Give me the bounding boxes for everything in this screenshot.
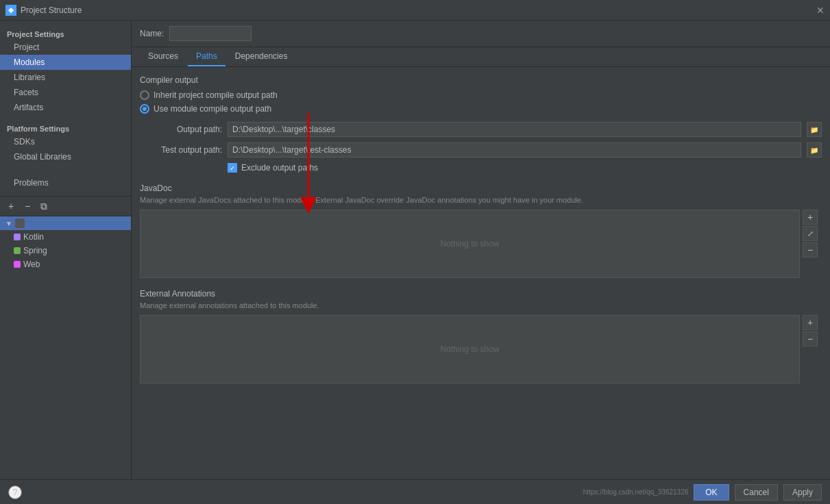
external-annotations-add-button[interactable]: + bbox=[803, 315, 818, 330]
module-tree-kotlin[interactable]: Kotlin bbox=[0, 230, 131, 244]
radio-inherit[interactable]: Inherit project compile output path bbox=[140, 90, 822, 100]
close-button[interactable]: ✕ bbox=[816, 5, 825, 16]
left-panel: Project Settings Project Modules Librari… bbox=[0, 21, 132, 479]
cancel-button[interactable]: Cancel bbox=[735, 484, 778, 501]
bottom-left: ? bbox=[8, 486, 22, 499]
tab-sources[interactable]: Sources bbox=[140, 47, 186, 66]
sidebar-item-problems[interactable]: Problems bbox=[0, 175, 131, 190]
add-module-button[interactable]: + bbox=[4, 199, 18, 213]
external-annotations-section: External Annotations Manage external ann… bbox=[140, 289, 822, 383]
javadoc-title: JavaDoc bbox=[140, 184, 822, 193]
spring-icon bbox=[14, 247, 21, 254]
test-output-path-label: Test output path: bbox=[140, 145, 222, 155]
tabs-bar: Sources Paths Dependencies bbox=[132, 47, 830, 67]
copy-module-button[interactable]: ⧉ bbox=[37, 199, 51, 213]
javadoc-empty-text: Nothing to show bbox=[440, 239, 499, 249]
platform-settings-header: Platform Settings bbox=[0, 121, 131, 134]
module-tree-section: + − ⧉ ▼ Kotlin Spring Web bbox=[0, 196, 131, 479]
output-path-browse-button[interactable]: 📁 bbox=[807, 122, 822, 137]
javadoc-panel-wrapper: Nothing to show + ⤢ − bbox=[140, 210, 800, 278]
test-output-path-browse-button[interactable]: 📁 bbox=[807, 142, 822, 158]
exclude-label: Exclude output paths bbox=[241, 163, 318, 173]
spring-label: Spring bbox=[23, 246, 47, 255]
output-path-input[interactable] bbox=[228, 122, 801, 137]
javadoc-remove-button[interactable]: − bbox=[803, 242, 818, 257]
external-annotations-description: Manage external annotations attached to … bbox=[140, 301, 822, 310]
sidebar-item-project[interactable]: Project bbox=[0, 40, 131, 55]
apply-button[interactable]: Apply bbox=[783, 484, 822, 501]
sidebar-item-global-libraries[interactable]: Global Libraries bbox=[0, 149, 131, 164]
remove-module-button[interactable]: − bbox=[21, 199, 34, 213]
javadoc-description: Manage external JavaDocs attached to thi… bbox=[140, 196, 822, 204]
ok-button[interactable]: OK bbox=[694, 484, 729, 501]
tree-arrow-icon: ▼ bbox=[5, 220, 12, 227]
content-area: Name: Sources Paths Dependencies Compile… bbox=[132, 21, 830, 479]
bottom-right: https://blog.csdn.net/qq_33621326 OK Can… bbox=[578, 484, 822, 501]
external-annotations-empty-text: Nothing to show bbox=[440, 344, 499, 354]
external-annotations-panel-wrapper: Nothing to show + − bbox=[140, 315, 800, 383]
sidebar-item-sdks[interactable]: SDKs bbox=[0, 134, 131, 149]
web-label: Web bbox=[23, 260, 40, 269]
main-container: Project Settings Project Modules Librari… bbox=[0, 21, 830, 479]
module-tree-web[interactable]: Web bbox=[0, 257, 131, 271]
radio-use-module-circle bbox=[140, 104, 149, 114]
name-label: Name: bbox=[140, 29, 164, 38]
javadoc-section: JavaDoc Manage external JavaDocs attache… bbox=[140, 184, 822, 278]
help-button[interactable]: ? bbox=[8, 486, 22, 499]
external-annotations-remove-button[interactable]: − bbox=[803, 331, 818, 346]
tab-dependencies[interactable]: Dependencies bbox=[227, 47, 296, 66]
project-settings-header: Project Settings bbox=[0, 26, 131, 40]
kotlin-icon bbox=[14, 234, 21, 240]
output-path-row: Output path: 📁 bbox=[140, 122, 822, 137]
app-icon: ◆ bbox=[5, 5, 16, 16]
exclude-checkbox[interactable]: ✓ bbox=[228, 163, 237, 173]
sidebar-item-facets[interactable]: Facets bbox=[0, 85, 131, 100]
web-icon bbox=[14, 261, 21, 268]
url-text: https://blog.csdn.net/qq_33621326 bbox=[583, 488, 688, 496]
javadoc-add-button[interactable]: + bbox=[803, 210, 818, 225]
window-title: Project Structure bbox=[21, 5, 82, 15]
title-bar: ◆ Project Structure ✕ bbox=[0, 0, 830, 21]
compiler-output-title: Compiler output bbox=[140, 75, 822, 85]
tab-paths[interactable]: Paths bbox=[188, 47, 225, 66]
external-annotations-empty-panel: Nothing to show bbox=[140, 315, 800, 383]
exclude-checkbox-row[interactable]: ✓ Exclude output paths bbox=[228, 163, 822, 173]
sidebar-item-modules[interactable]: Modules bbox=[0, 55, 131, 70]
radio-inherit-circle bbox=[140, 90, 149, 100]
sidebar-item-libraries[interactable]: Libraries bbox=[0, 70, 131, 85]
javadoc-zoom-button[interactable]: ⤢ bbox=[803, 226, 818, 241]
radio-group: Inherit project compile output path Use … bbox=[140, 90, 822, 114]
external-annotations-side-buttons: + − bbox=[803, 315, 818, 346]
javadoc-side-buttons: + ⤢ − bbox=[803, 210, 818, 257]
panel-content: Compiler output Inherit project compile … bbox=[132, 67, 830, 479]
sidebar-item-artifacts[interactable]: Artifacts bbox=[0, 100, 131, 115]
module-tree-toolbar: + − ⧉ bbox=[0, 197, 131, 216]
external-annotations-title: External Annotations bbox=[140, 289, 822, 299]
radio-use-module[interactable]: Use module compile output path bbox=[140, 104, 822, 114]
test-output-path-input[interactable] bbox=[228, 142, 801, 158]
output-path-label: Output path: bbox=[140, 125, 222, 134]
sidebar: Project Settings Project Modules Librari… bbox=[0, 21, 132, 196]
test-output-path-row: Test output path: 📁 bbox=[140, 142, 822, 158]
module-tree-spring[interactable]: Spring bbox=[0, 244, 131, 257]
javadoc-empty-panel: Nothing to show bbox=[140, 210, 800, 278]
compiler-output-section: Compiler output Inherit project compile … bbox=[140, 75, 822, 173]
name-row: Name: bbox=[132, 21, 830, 47]
radio-use-module-label: Use module compile output path bbox=[154, 104, 271, 114]
bottom-bar: ? https://blog.csdn.net/qq_33621326 OK C… bbox=[0, 479, 830, 504]
module-tree-root[interactable]: ▼ bbox=[0, 216, 131, 230]
name-input[interactable] bbox=[169, 26, 252, 41]
kotlin-label: Kotlin bbox=[23, 232, 44, 242]
radio-inherit-label: Inherit project compile output path bbox=[154, 90, 278, 100]
